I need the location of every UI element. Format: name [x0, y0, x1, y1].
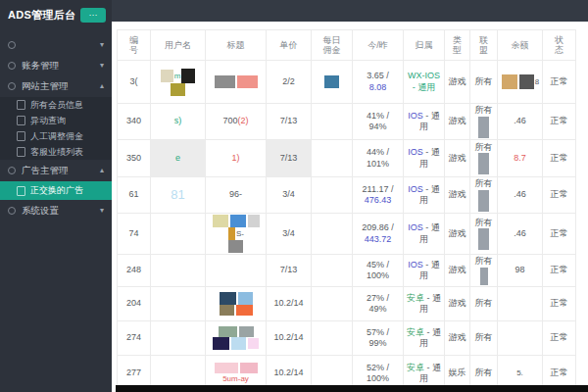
cell-text: IOS: [408, 147, 425, 157]
redacted-block: [161, 70, 173, 82]
cell-r2-c10: 正常: [543, 140, 576, 177]
cell-r4-c10: 正常: [543, 214, 576, 255]
cell-text: 游戏: [449, 153, 466, 163]
sidebar-item-3[interactable]: 所有会员信息: [0, 97, 112, 113]
cell-r1-c2: 700(2): [206, 104, 267, 140]
sidebar-item-5[interactable]: 人工调整佣金: [0, 128, 112, 144]
cell-text: 正常: [551, 228, 568, 238]
cell-r5-c9: 98: [498, 255, 543, 287]
cell-text: 100%: [367, 270, 389, 280]
cell-r0-c6: WX-IOS - 通用: [404, 61, 445, 104]
cell-text: e: [175, 153, 180, 163]
sidebar-item-label: 正交换的广告: [30, 184, 83, 197]
cell-text: 3/4: [282, 228, 295, 238]
table-row[interactable]: 3(m2/23.65 /8.08WX-IOS - 通用游戏所有8正常: [118, 61, 576, 104]
redacted-block: [519, 74, 534, 89]
cell-text: 52% /: [367, 363, 389, 372]
sidebar-item-8[interactable]: 正交换的广告: [0, 181, 112, 200]
cell-text: 所有: [475, 76, 493, 86]
redacted-block: [478, 190, 489, 212]
column-header-10: 状 态: [543, 30, 576, 61]
cell-text: 7/13: [280, 116, 298, 125]
cell-text: IOS: [408, 222, 425, 232]
redacted-block: [220, 292, 236, 305]
cell-text: 7/13: [280, 153, 298, 163]
menu-toggle-button[interactable]: ···: [80, 8, 106, 23]
cell-r2-c8: 所有: [470, 140, 498, 177]
cell-r0-c5: 3.65 /8.08: [353, 61, 404, 104]
cell-r4-c4: [312, 214, 353, 255]
sidebar-item-4[interactable]: 异动查询: [0, 113, 112, 128]
table-row[interactable]: 74S-3/4209.86 /443.72IOS - 通用游戏所有.46正常: [118, 214, 576, 255]
table-row[interactable]: 2487/1345% /100%IOS - 通用游戏所有98正常: [118, 255, 576, 287]
cell-r7-c5: 57% /99%: [353, 321, 404, 356]
cell-text: 所有: [475, 368, 493, 377]
cell-text: 10.2/14: [273, 368, 303, 377]
cell-r7-c2: [206, 321, 267, 356]
cell-text: 3.65 /: [367, 71, 389, 80]
redacted-block: [171, 83, 185, 96]
cell-text: 游戏: [449, 228, 466, 238]
cell-text: .46: [514, 189, 526, 199]
sidebar-item-label: 客服业绩列表: [30, 146, 83, 159]
cell-text: 476.43: [365, 195, 392, 205]
cell-text: 所有: [475, 332, 493, 342]
cell-r3-c7: 游戏: [445, 177, 470, 214]
main-content: 编 号用户名标题单价每日 佣金今/昨归属类 型联 盟余额状 态 3(m2/23.…: [112, 22, 588, 392]
redacted-block: [228, 240, 243, 253]
table-head: 编 号用户名标题单价每日 佣金今/昨归属类 型联 盟余额状 态: [118, 30, 576, 61]
cell-r2-c9: 8.7: [498, 140, 543, 177]
redacted-block: [181, 69, 195, 83]
cell-text: 所有: [475, 218, 493, 227]
cell-text: 443.72: [365, 234, 392, 244]
table-row[interactable]: 618196-3/4211.17 /476.43IOS - 通用游戏所有.46正…: [118, 177, 576, 214]
cell-text: 8: [535, 77, 539, 86]
cell-text: 100%: [367, 373, 389, 383]
cell-text: 81: [171, 187, 184, 202]
cell-text: 游戏: [449, 332, 466, 342]
cell-r7-c4: [312, 321, 353, 356]
sidebar: ADS管理后台 ··· ▾账务管理▾网站主管理▴所有会员信息异动查询人工调整佣金…: [0, 0, 112, 392]
sidebar-item-9[interactable]: 系统设置▾: [0, 201, 112, 220]
table-row[interactable]: 350e1)7/1344% /101%IOS - 通用游戏所有8.7正常: [118, 140, 576, 177]
cell-r7-c9: [498, 321, 543, 356]
cell-r6-c0: 204: [118, 287, 151, 321]
sidebar-item-label: 所有会员信息: [30, 99, 83, 112]
cell-text: 209.86 /: [362, 222, 394, 232]
cell-text: 安卓: [407, 363, 427, 372]
bullet-icon: [8, 82, 16, 90]
table-header-row: 编 号用户名标题单价每日 佣金今/昨归属类 型联 盟余额状 态: [118, 30, 576, 61]
redacted-block: [237, 75, 258, 88]
sidebar-item-7[interactable]: 广告主管理▴: [0, 161, 112, 180]
cell-text: 游戏: [449, 265, 466, 274]
cell-r7-c7: 游戏: [445, 321, 470, 356]
sidebar-item-0[interactable]: ▾: [0, 35, 112, 55]
cell-text: 101%: [367, 159, 389, 169]
cell-text: 8.7: [514, 153, 526, 163]
cell-text: 所有: [475, 142, 493, 152]
document-icon: [17, 131, 25, 141]
bullet-icon: [8, 167, 16, 174]
sidebar-item-6[interactable]: 客服业绩列表: [0, 144, 112, 160]
redacted-block: [239, 326, 254, 337]
cell-text: 5.: [516, 368, 523, 377]
table-row[interactable]: 27410.2/1457% /99%安卓 - 通用游戏所有正常: [118, 321, 576, 356]
redacted-block: [324, 75, 339, 88]
cell-r3-c9: .46: [498, 177, 543, 214]
table-row[interactable]: 20410.2/1427% /49%安卓 - 通用游戏所有正常: [118, 287, 576, 321]
column-header-7: 类 型: [445, 30, 470, 61]
sidebar-item-1[interactable]: 账务管理▾: [0, 56, 112, 75]
column-header-0: 编 号: [118, 30, 151, 61]
cell-r0-c9: 8: [498, 61, 543, 104]
sidebar-item-label: 异动查询: [30, 115, 66, 127]
cell-text: 99%: [368, 338, 386, 348]
cell-text: 1): [231, 153, 239, 163]
sidebar-item-label: 人工调整佣金: [30, 130, 83, 143]
table-row[interactable]: 340s)700(2)7/1341% /94%IOS - 通用游戏所有.46正常: [118, 104, 576, 140]
cell-r0-c0: 3(: [118, 61, 151, 104]
sidebar-item-2[interactable]: 网站主管理▴: [0, 76, 112, 96]
cell-r1-c3: 7/13: [267, 104, 312, 140]
cell-r5-c4: [312, 255, 353, 287]
cell-text: 游戏: [449, 116, 466, 125]
cell-r6-c2: [206, 287, 267, 321]
